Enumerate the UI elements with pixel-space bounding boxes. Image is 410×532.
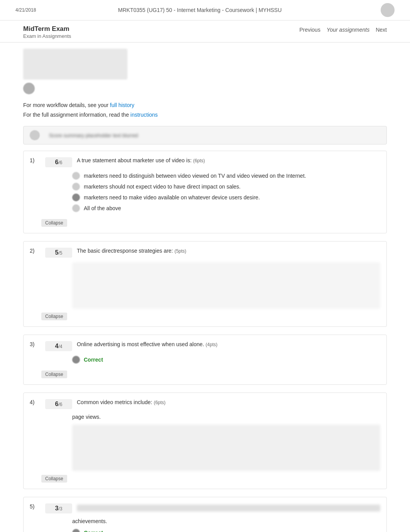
question-3-block: 3) 4/4 Online advertising is most effect… — [23, 335, 387, 385]
correct-label: Correct — [84, 530, 103, 532]
question-3-score-box: 4/4 — [45, 341, 72, 351]
question-1-number: 1) — [30, 157, 41, 163]
question-2-number: 2) — [30, 248, 41, 254]
question-5-partial-answer: achievements. — [72, 518, 380, 524]
score-bar: Score summary placeholder text blurred — [23, 126, 387, 144]
question-1-answers: marketers need to distinguish between vi… — [72, 172, 380, 212]
score-bar-avatar — [30, 130, 40, 140]
answer-option: marketers need to distinguish between vi… — [72, 172, 380, 180]
assignment-prefix-text: For the full assignment information, rea… — [23, 112, 130, 118]
question-4-block: 4) 6/6 Common video metrics include: (6p… — [23, 393, 387, 489]
question-4-total: /6 — [58, 402, 62, 407]
workflow-prefix-text: For more workflow details, see your — [23, 102, 110, 108]
radio-button-selected[interactable] — [72, 356, 80, 364]
full-history-link[interactable]: full history — [110, 102, 134, 108]
instructions-link[interactable]: instructions — [130, 112, 158, 118]
question-1-score-box: 6/6 — [45, 157, 72, 167]
score-bar-text: Score summary placeholder text blurred — [49, 133, 138, 138]
assignment-info-row: For the full assignment information, rea… — [23, 110, 387, 120]
question-2-score-box: 5/5 — [45, 248, 72, 258]
preview-area — [23, 49, 387, 94]
date-label: 4/21/2018 — [15, 7, 36, 13]
exam-title: MidTerm Exam — [23, 25, 71, 33]
question-2-total: /5 — [58, 250, 62, 256]
question-1-total: /6 — [58, 160, 62, 165]
radio-button[interactable] — [72, 172, 80, 180]
question-2-header: 2) 5/5 The basic directresponse strategi… — [30, 248, 380, 258]
question-4-collapse-btn[interactable]: Collapse — [41, 475, 67, 483]
radio-button-selected[interactable] — [72, 194, 80, 201]
question-2-blurred-answers — [72, 262, 380, 309]
answer-option: All of the above — [72, 204, 380, 212]
exam-subtitle: Exam in Assignments — [23, 33, 71, 39]
question-4-blurred-area — [72, 425, 380, 471]
question-1-block: 1) 6/6 A true statement about marketer u… — [23, 151, 387, 233]
question-2-collapse-btn[interactable]: Collapse — [41, 313, 67, 320]
answer-option: Correct — [72, 356, 380, 364]
top-bar: 4/21/2018 MRKT0355 (UG17) 50 - Internet … — [0, 0, 410, 20]
question-1-text: A true statement about marketer use of v… — [77, 157, 380, 163]
question-3-answer-section: Correct — [72, 356, 380, 364]
question-3-number: 3) — [30, 341, 41, 347]
question-4-number: 4) — [30, 399, 41, 405]
question-4-score-box: 6/6 — [45, 399, 72, 409]
answer-option: marketers need to make video available o… — [72, 194, 380, 201]
questions-container: 1) 6/6 A true statement about marketer u… — [23, 151, 387, 532]
radio-button-selected[interactable] — [72, 529, 80, 532]
radio-button[interactable] — [72, 204, 80, 212]
question-5-total: /3 — [58, 506, 62, 512]
question-5-answer-section: Correct — [72, 529, 380, 532]
answer-option: marketers should not expect video to hav… — [72, 183, 380, 190]
question-3-total: /4 — [58, 344, 62, 349]
question-1-header: 1) 6/6 A true statement about marketer u… — [30, 157, 380, 167]
nav-links: Previous Your assignments Next — [299, 27, 387, 33]
next-link[interactable]: Next — [376, 27, 387, 33]
preview-avatar — [23, 83, 35, 94]
exam-info: MidTerm Exam Exam in Assignments — [23, 25, 71, 39]
question-5-score-box: 3/3 — [45, 503, 72, 513]
header-nav: MidTerm Exam Exam in Assignments Previou… — [0, 20, 410, 42]
question-2-text: The basic directresponse strategies are:… — [77, 248, 380, 254]
question-5-block: 5) 3/3 achievements. Correct Collapse — [23, 497, 387, 532]
top-bar-right — [364, 3, 395, 17]
question-3-header: 3) 4/4 Online advertising is most effect… — [30, 341, 380, 351]
question-2-block: 2) 5/5 The basic directresponse strategi… — [23, 241, 387, 327]
page-title: MRKT0355 (UG17) 50 - Internet Marketing … — [36, 7, 364, 13]
correct-label: Correct — [84, 357, 103, 363]
info-section: For more workflow details, see your full… — [23, 100, 387, 120]
avatar — [381, 3, 395, 17]
workflow-info-row: For more workflow details, see your full… — [23, 100, 387, 110]
question-4-header: 4) 6/6 Common video metrics include: (6p… — [30, 399, 380, 409]
question-1-collapse-btn[interactable]: Collapse — [41, 219, 67, 227]
question-3-collapse-btn[interactable]: Collapse — [41, 371, 67, 378]
question-3-text: Online advertising is most effective whe… — [77, 341, 380, 347]
question-4-text: Common video metrics include: (6pts) — [77, 399, 380, 405]
question-5-header: 5) 3/3 — [30, 503, 380, 513]
your-assignments-link[interactable]: Your assignments — [327, 27, 369, 33]
radio-button[interactable] — [72, 183, 80, 190]
previous-link[interactable]: Previous — [299, 27, 320, 33]
question-5-blurred-text — [77, 505, 380, 512]
preview-box — [23, 49, 127, 80]
question-5-number: 5) — [30, 503, 41, 510]
answer-option: Correct — [72, 529, 380, 532]
question-4-visible-answer: page views. — [72, 414, 380, 420]
